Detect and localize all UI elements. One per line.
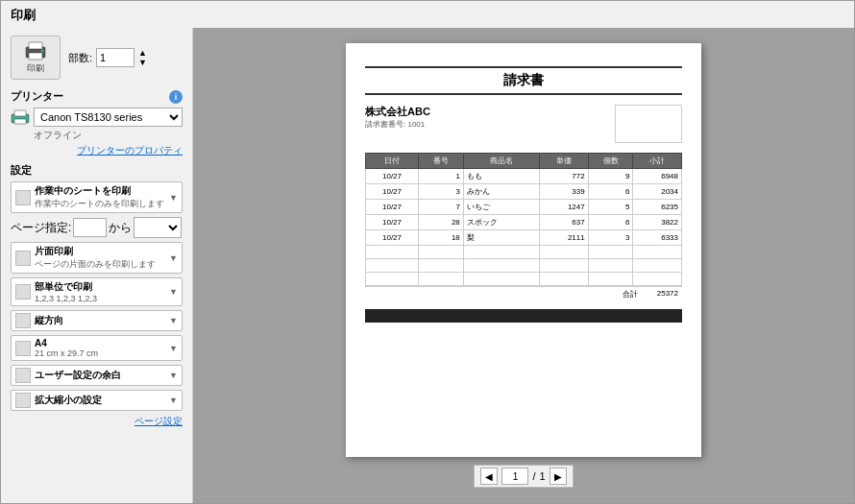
table-cell: 772 — [540, 169, 588, 184]
empty-table-cell — [419, 259, 464, 273]
col-subtotal: 小計 — [633, 154, 682, 169]
collate-icon — [15, 284, 31, 300]
total-row: 合計 25372 — [365, 286, 682, 301]
table-cell: 339 — [540, 184, 588, 200]
paper-size-text: A4 21 cm x 29.7 cm — [35, 338, 98, 358]
printer-section-label: プリンター — [11, 89, 63, 104]
preview-paper: 請求書 株式会社ABC 請求書番号: 1001 — [346, 43, 701, 457]
copies-label: 部数: — [68, 51, 92, 65]
print-button[interactable]: 印刷 — [11, 36, 61, 80]
table-cell: いちご — [463, 200, 539, 215]
printer-section-header: プリンター i — [11, 89, 183, 104]
table-row: 10/2728スポック63763822 — [366, 215, 682, 230]
collate-arrow: ▼ — [169, 287, 178, 297]
table-row: 10/2718梨211136333 — [366, 230, 682, 246]
table-header-row: 日付 番号 商品名 単価 個数 小計 — [366, 154, 682, 169]
table-cell: 18 — [419, 230, 464, 246]
paper-size-inner: A4 21 cm x 29.7 cm ▼ — [12, 336, 182, 360]
empty-table-cell — [419, 273, 464, 286]
page-range-row: ページ指定: から — [11, 217, 183, 238]
total-value: 25372 — [657, 289, 678, 300]
orientation-inner: 縦方向 ▼ — [12, 311, 182, 330]
page-range-from[interactable] — [73, 218, 107, 237]
table-cell: 10/27 — [366, 230, 419, 246]
empty-table-cell — [463, 246, 539, 259]
table-cell: 6 — [588, 215, 633, 230]
copies-spinner[interactable]: ▲▼ — [138, 48, 147, 67]
orientation-main: 縦方向 — [35, 314, 63, 327]
invoice-company-name: 株式会社ABC — [365, 105, 430, 119]
invoice-number: 請求書番号: 1001 — [365, 119, 430, 130]
orientation-arrow: ▼ — [169, 316, 178, 325]
invoice-company-block: 株式会社ABC 請求書番号: 1001 — [365, 105, 430, 130]
printer-select[interactable]: Canon TS8130 series — [34, 108, 183, 127]
copies-input[interactable] — [96, 48, 134, 67]
margins-left: ユーザー設定の余白 — [15, 368, 121, 383]
paper-size-arrow: ▼ — [169, 344, 178, 353]
table-cell: 28 — [419, 215, 464, 230]
empty-table-cell — [540, 273, 588, 286]
print-scope-setting[interactable]: 作業中のシートを印刷 作業中のシートのみを印刷します ▼ — [11, 181, 183, 213]
paper-size-main: A4 — [35, 338, 98, 348]
orientation-setting[interactable]: 縦方向 ▼ — [11, 310, 183, 331]
duplex-left: 片面印刷 ページの片面のみを印刷します — [15, 245, 156, 271]
page-range-separator: から — [109, 220, 132, 236]
print-scope-inner: 作業中のシートを印刷 作業中のシートのみを印刷します ▼ — [12, 182, 182, 212]
scale-arrow: ▼ — [169, 396, 178, 405]
page-number-input[interactable] — [501, 468, 528, 485]
empty-table-cell — [588, 259, 633, 273]
table-cell: 6 — [588, 184, 633, 200]
table-cell: 3 — [419, 184, 464, 200]
printer-small-icon — [11, 109, 30, 125]
table-cell: スポック — [463, 215, 539, 230]
margins-arrow: ▼ — [169, 371, 178, 380]
setting-left: 作業中のシートを印刷 作業中のシートのみを印刷します — [15, 184, 164, 210]
table-cell: 梨 — [463, 230, 539, 246]
empty-table-cell — [463, 259, 539, 273]
main-content: 印刷 部数: ▲▼ プリンター i Ca — [1, 28, 854, 503]
scale-main: 拡大縮小の設定 — [35, 394, 102, 407]
collate-inner: 部単位で印刷 1,2,3 1,2,3 1,2,3 ▼ — [12, 278, 182, 305]
margins-setting[interactable]: ユーザー設定の余白 ▼ — [11, 365, 183, 386]
printer-status: オフライン — [34, 129, 183, 142]
table-cell: 5 — [588, 200, 633, 215]
col-price: 単価 — [540, 154, 588, 169]
page-total: 1 — [539, 470, 545, 482]
collate-left: 部単位で印刷 1,2,3 1,2,3 1,2,3 — [15, 280, 97, 303]
printer-properties-link[interactable]: プリンターのプロパティ — [11, 144, 183, 157]
empty-table-cell — [540, 259, 588, 273]
table-cell: 6948 — [633, 169, 682, 184]
margins-inner: ユーザー設定の余白 ▼ — [12, 366, 182, 385]
empty-table-row — [366, 246, 682, 259]
table-row: 10/273みかん33962034 — [366, 184, 682, 200]
duplex-setting[interactable]: 片面印刷 ページの片面のみを印刷します ▼ — [11, 242, 183, 274]
empty-table-cell — [366, 259, 419, 273]
page-separator: / — [532, 470, 535, 482]
preview-panel: 請求書 株式会社ABC 請求書番号: 1001 — [193, 28, 854, 503]
page-setup-link[interactable]: ページ設定 — [11, 415, 183, 428]
copies-row: 部数: ▲▼ — [68, 48, 147, 67]
collate-setting[interactable]: 部単位で印刷 1,2,3 1,2,3 1,2,3 ▼ — [11, 277, 183, 306]
print-scope-main: 作業中のシートを印刷 — [35, 184, 164, 198]
table-row: 10/277いちご124756235 — [366, 200, 682, 215]
svg-rect-6 — [14, 119, 26, 124]
invoice-black-bar — [365, 309, 682, 323]
page-range-select[interactable] — [134, 217, 182, 238]
print-button-label: 印刷 — [27, 62, 44, 75]
print-button-row: 印刷 部数: ▲▼ — [11, 36, 183, 80]
empty-table-cell — [588, 273, 633, 286]
duplex-inner: 片面印刷 ページの片面のみを印刷します ▼ — [12, 243, 182, 273]
paper-size-setting[interactable]: A4 21 cm x 29.7 cm ▼ — [11, 335, 183, 361]
empty-table-cell — [633, 273, 682, 286]
duplex-text: 片面印刷 ページの片面のみを印刷します — [35, 245, 156, 271]
next-page-button[interactable]: ▶ — [550, 468, 567, 485]
info-icon[interactable]: i — [169, 90, 183, 104]
scale-setting[interactable]: 拡大縮小の設定 ▼ — [11, 390, 183, 411]
invoice-header: 株式会社ABC 請求書番号: 1001 — [365, 105, 682, 143]
table-cell: 7 — [419, 200, 464, 215]
prev-page-button[interactable]: ◀ — [480, 468, 498, 485]
preview-navigation: ◀ / 1 ▶ — [474, 465, 573, 488]
scale-left: 拡大縮小の設定 — [15, 393, 102, 408]
table-cell: 10/27 — [366, 169, 419, 184]
settings-label: 設定 — [11, 163, 183, 178]
